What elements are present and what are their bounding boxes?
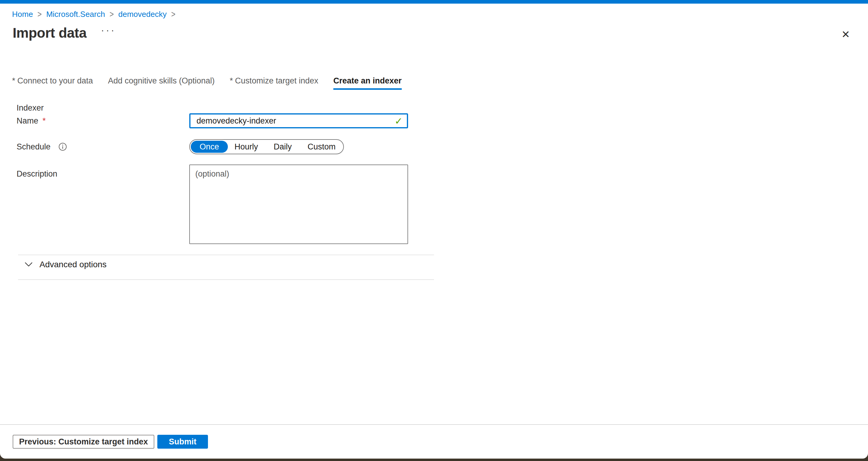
close-icon: ✕ bbox=[841, 29, 850, 40]
previous-button[interactable]: Previous: Customize target index bbox=[13, 435, 154, 449]
schedule-row: Schedule Once Hourly Daily Custom bbox=[17, 139, 433, 154]
advanced-options-label: Advanced options bbox=[39, 260, 107, 269]
breadcrumb-separator: > bbox=[171, 8, 176, 20]
footer-divider bbox=[0, 424, 868, 425]
name-input[interactable] bbox=[189, 113, 408, 128]
content-divider bbox=[18, 255, 434, 255]
schedule-segmented-control: Once Hourly Daily Custom bbox=[189, 139, 344, 154]
name-input-wrap: ✓ bbox=[189, 113, 408, 128]
tab-label: Create an indexer bbox=[333, 76, 402, 85]
content-divider bbox=[18, 279, 434, 280]
breadcrumb-link-home[interactable]: Home bbox=[12, 10, 33, 19]
tab-label: Add cognitive skills (Optional) bbox=[108, 76, 215, 85]
description-label-text: Description bbox=[17, 169, 57, 179]
schedule-option-once[interactable]: Once bbox=[191, 141, 228, 153]
submit-button[interactable]: Submit bbox=[157, 435, 208, 449]
advanced-options-toggle[interactable]: Advanced options bbox=[25, 260, 107, 269]
title-row: Import data ··· bbox=[13, 25, 116, 41]
name-row: Name* ✓ bbox=[17, 113, 433, 128]
tab-label: Customize target index bbox=[235, 76, 318, 85]
indexer-form: Indexer Name* ✓ Schedule bbox=[17, 104, 433, 244]
page-title: Import data bbox=[13, 25, 87, 41]
required-tab-mark: * bbox=[230, 76, 233, 85]
tab-add-cognitive-skills[interactable]: Add cognitive skills (Optional) bbox=[108, 76, 215, 90]
schedule-option-custom[interactable]: Custom bbox=[301, 140, 342, 154]
schedule-label: Schedule bbox=[17, 142, 189, 152]
import-data-panel: Home > Microsoft.Search > demovedecky > … bbox=[0, 0, 868, 459]
name-label: Name* bbox=[17, 116, 189, 126]
schedule-option-daily[interactable]: Daily bbox=[265, 140, 301, 154]
breadcrumb-link-demovedecky[interactable]: demovedecky bbox=[118, 10, 166, 19]
required-asterisk: * bbox=[42, 116, 46, 126]
top-accent-bar bbox=[0, 0, 868, 4]
desktop-background: { "breadcrumb": { "separator": ">", "ite… bbox=[0, 0, 868, 461]
chevron-down-icon bbox=[25, 262, 33, 267]
ellipsis-icon: ··· bbox=[101, 25, 116, 36]
required-tab-mark: * bbox=[12, 76, 16, 85]
breadcrumb-link-microsoft-search[interactable]: Microsoft.Search bbox=[46, 10, 105, 19]
tab-connect-to-your-data[interactable]: *Connect to your data bbox=[12, 76, 93, 90]
indexer-section-label: Indexer bbox=[17, 104, 433, 112]
tab-label: Connect to your data bbox=[18, 76, 93, 85]
description-textarea[interactable] bbox=[189, 164, 408, 244]
breadcrumb-separator: > bbox=[110, 8, 114, 20]
schedule-option-hourly[interactable]: Hourly bbox=[228, 140, 265, 154]
tab-customize-target-index[interactable]: *Customize target index bbox=[230, 76, 318, 90]
breadcrumb: Home > Microsoft.Search > demovedecky > bbox=[12, 10, 176, 19]
tab-create-an-indexer[interactable]: Create an indexer bbox=[333, 76, 402, 90]
breadcrumb-separator: > bbox=[37, 8, 41, 20]
schedule-label-text: Schedule bbox=[17, 142, 51, 152]
more-options-button[interactable]: ··· bbox=[101, 25, 116, 35]
description-row: Description bbox=[17, 164, 433, 244]
name-label-text: Name bbox=[17, 116, 38, 126]
wizard-tabs: *Connect to your data Add cognitive skil… bbox=[12, 76, 402, 90]
description-label: Description bbox=[17, 164, 189, 179]
close-button[interactable]: ✕ bbox=[839, 28, 852, 41]
info-icon[interactable] bbox=[59, 143, 67, 151]
